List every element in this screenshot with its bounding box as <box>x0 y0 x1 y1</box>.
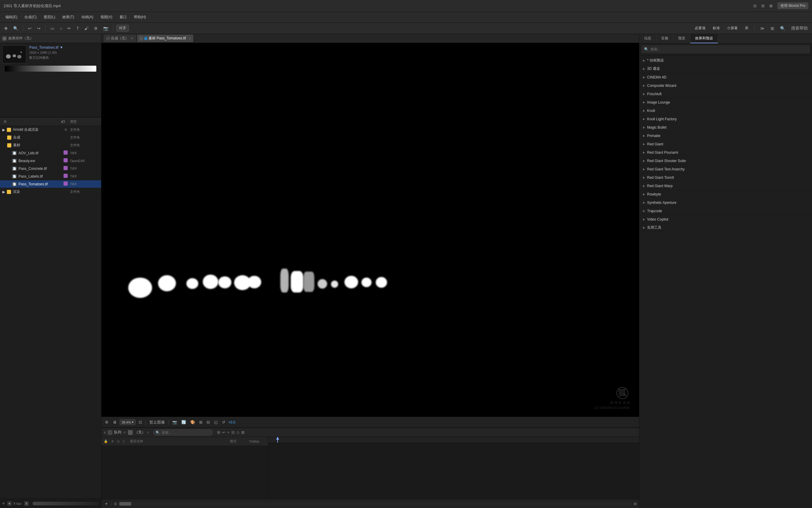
add-item-btn[interactable]: + <box>104 501 109 507</box>
project-row[interactable]: ▶ 渲染 文件夹 <box>0 188 101 196</box>
grid-overlay-icon[interactable]: ⊟ <box>205 419 211 425</box>
menu-view[interactable]: 视图(V) <box>97 13 115 21</box>
close-icon[interactable]: ⊠ <box>769 4 773 8</box>
tab-menu-icon[interactable]: ≡ <box>189 36 191 41</box>
maximize-icon[interactable]: ⊞ <box>761 4 765 8</box>
category-knoll-light-factory[interactable]: ▶ Knoll Light Factory <box>639 115 812 123</box>
tab-effects-presets[interactable]: 效果和预设 <box>690 34 718 43</box>
menu-animation[interactable]: 动画(A) <box>79 13 96 21</box>
delete-button[interactable]: 🗑 <box>24 501 29 506</box>
dropdown-arrow[interactable]: ▼ <box>60 45 63 49</box>
timeline-scrollbar[interactable] <box>119 502 631 506</box>
project-table-body[interactable]: ▶ Arnold 合成渲染 ⊞ 文件夹 合成 文件夹 <box>0 126 101 499</box>
menu-layer[interactable]: 图层(L) <box>41 13 58 21</box>
project-row[interactable]: 📄 AOV_Lids.tif TIFF <box>0 149 101 157</box>
effects-search-input[interactable] <box>642 45 810 53</box>
expand-icon[interactable]: ≫ <box>758 25 766 32</box>
category-synthetic-aperture[interactable]: ▶ Synthetic Aperture <box>639 199 812 207</box>
rect-tool[interactable]: ▭ <box>49 25 56 32</box>
transparency-icon[interactable]: ◱ <box>213 419 219 425</box>
category-image-lounge[interactable]: ▶ Image Lounge <box>639 98 812 107</box>
timeline-tool-6[interactable]: ⊠ <box>241 430 244 434</box>
time-controls-next[interactable]: ⊞ <box>634 502 637 506</box>
workspace-essential[interactable]: 必要项 <box>692 25 708 32</box>
timeline-panel-icon[interactable]: ≡ <box>104 430 106 434</box>
pause-icon[interactable]: 暂止图像 <box>148 419 166 426</box>
ellipse-tool[interactable]: ○ <box>58 25 64 32</box>
workspace-standard[interactable]: 标准 <box>710 25 722 32</box>
panel-menu-icon-bottom[interactable]: ≡ <box>2 501 5 506</box>
paint-tool[interactable]: 🖌 <box>83 25 90 32</box>
search-help-icon[interactable]: 🔍 <box>778 25 787 32</box>
viewer-display-icon[interactable]: 🖥 <box>111 419 118 425</box>
project-row[interactable]: 📄 Pass_Concrete.tif TIFF <box>0 165 101 172</box>
timeline-track[interactable] <box>269 437 639 499</box>
camera-tool[interactable]: 📷 <box>101 25 110 32</box>
zoom-control[interactable]: 39.4% ▾ <box>120 419 136 425</box>
timeline-playhead[interactable] <box>277 437 278 442</box>
grid-icon[interactable]: ⊞ <box>769 25 776 32</box>
category-trapcode[interactable]: ▶ Trapcode <box>639 207 812 215</box>
color-correct-icon[interactable]: 🔄 <box>180 419 187 425</box>
redo-btn[interactable]: ↪ <box>35 25 42 32</box>
menu-window[interactable]: 窗口 <box>116 13 130 21</box>
minimize-icon[interactable]: ⊟ <box>753 4 757 8</box>
timeline-tool-3[interactable]: + <box>227 430 230 434</box>
menu-effects[interactable]: 效果(T) <box>59 13 77 21</box>
timeline-tool-2[interactable]: ↩ <box>222 430 226 434</box>
category-red-giant-psunami[interactable]: ▶ Red Giant Psunami <box>639 149 812 157</box>
category-composite-wizard[interactable]: ▶ Composite Wizard <box>639 82 812 90</box>
tab-close-comp[interactable]: ✕ <box>130 37 134 40</box>
tab-comp-none[interactable]: 合成（无） ✕ <box>104 35 136 42</box>
project-row[interactable]: 合成 文件夹 <box>0 134 101 141</box>
select-tool[interactable]: ✥ <box>2 25 9 32</box>
zoom-dropdown-arrow[interactable]: ▾ <box>132 420 134 424</box>
menu-help[interactable]: 帮助(H) <box>131 13 149 21</box>
clone-tool[interactable]: ⚙ <box>92 25 100 32</box>
panel-menu-icon[interactable]: ≡ <box>2 36 7 41</box>
category-frischluft[interactable]: ▶ Frischluft <box>639 90 812 98</box>
category-knoll[interactable]: ▶ Knoll <box>639 107 812 115</box>
timeline-search-input[interactable] <box>153 429 213 435</box>
category-rowbyte[interactable]: ▶ Rowbyte <box>639 190 812 199</box>
category-utility[interactable]: ▶ 实用工具 <box>639 223 812 232</box>
fit-screen-icon[interactable]: ⊡ <box>138 419 143 425</box>
project-row[interactable]: 📄 Beauty.exr OpenEXR <box>0 157 101 165</box>
movist-button[interactable]: 使用 Movist Pro <box>777 2 808 9</box>
workspace-small-screen[interactable]: 小屏幕 <box>725 25 740 32</box>
category-3d-channel[interactable]: ▶ 3D 通道 <box>639 65 812 73</box>
search-help-label[interactable]: 搜索帮助 <box>789 25 810 32</box>
timeline-tool-4[interactable]: ⊟ <box>231 430 235 434</box>
category-red-giant-warp[interactable]: ▶ Red Giant Warp <box>639 182 812 190</box>
pen-tool[interactable]: ✏ <box>65 25 73 32</box>
search-tool[interactable]: 🔍 <box>11 25 20 32</box>
workspace-library[interactable]: 库 <box>743 25 751 32</box>
viewer-settings-icon[interactable]: ⚙ <box>104 419 110 425</box>
category-red-giant-text-anarchy[interactable]: ▶ Red Giant Text Anarchy <box>639 165 812 173</box>
undo-btn[interactable]: ↩ <box>26 25 33 32</box>
project-row[interactable]: ▶ Arnold 合成渲染 ⊞ 文件夹 <box>0 126 101 134</box>
category-red-giant[interactable]: ▶ Red Giant <box>639 140 812 149</box>
timeline-close-icon[interactable]: ✕ <box>123 430 126 434</box>
camera-snapshot-icon[interactable]: 📷 <box>171 419 178 425</box>
category-cinema4d[interactable]: ▶ CINEMA 4D <box>639 73 812 82</box>
category-animation-presets[interactable]: ▶ * 动画预设 <box>639 56 812 65</box>
color-wheel-icon[interactable]: 🎨 <box>189 419 196 425</box>
tab-info[interactable]: 信息 <box>639 34 656 43</box>
view-controls[interactable]: ⊞ <box>198 419 204 425</box>
bpc-box[interactable]: ■ <box>7 501 12 506</box>
align-btn[interactable]: 对齐 <box>116 25 129 32</box>
timeline-tool-5[interactable]: ◇ <box>236 430 239 434</box>
timeline-tool-1[interactable]: ⊞ <box>217 430 220 434</box>
project-row[interactable]: 📄 Pass_Labels.tif TIFF <box>0 172 101 180</box>
project-row[interactable]: 素材 文件夹 <box>0 141 101 149</box>
type-tool[interactable]: T <box>75 25 81 32</box>
tab-footage-tomatoes[interactable]: 素材 Pass_Tomatoes.tif ≡ <box>137 35 193 42</box>
tab-preview[interactable]: 预览 <box>673 34 690 43</box>
project-row-selected[interactable]: 📄 Pass_Tomatoes.tif TIFF <box>0 180 101 188</box>
category-red-giant-shooter[interactable]: ▶ Red Giant Shooter Suite <box>639 157 812 165</box>
category-primatte[interactable]: ▶ Primatte <box>639 132 812 140</box>
menu-compose[interactable]: 合成(C) <box>21 13 40 21</box>
category-video-copilot[interactable]: ▶ Video Copilot <box>639 215 812 223</box>
category-red-giant-toonit[interactable]: ▶ Red Giant ToonIt <box>639 173 812 182</box>
